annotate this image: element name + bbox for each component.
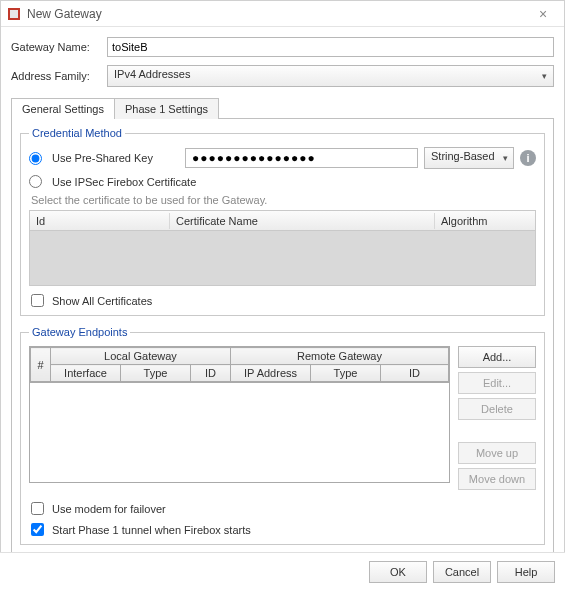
endpoint-options: Use modem for failover Start Phase 1 tun… — [29, 502, 536, 536]
move-up-button[interactable]: Move up — [458, 442, 536, 464]
psk-row: Use Pre-Shared Key String-Based ▾ i — [29, 147, 536, 169]
ep-col-remote-type[interactable]: Type — [311, 365, 381, 382]
tab-phase1-settings[interactable]: Phase 1 Settings — [114, 98, 219, 119]
gateway-name-row: Gateway Name: — [11, 37, 554, 57]
address-family-value: IPv4 Addresses — [114, 68, 190, 80]
ep-col-local-id[interactable]: ID — [191, 365, 231, 382]
use-cert-label: Use IPSec Firebox Certificate — [52, 176, 196, 188]
start-phase1-checkbox[interactable] — [31, 523, 44, 536]
endpoints-legend: Gateway Endpoints — [29, 326, 130, 338]
svg-rect-1 — [10, 10, 18, 18]
psk-input[interactable] — [185, 148, 418, 168]
psk-type-select[interactable]: String-Based ▾ — [424, 147, 514, 169]
info-icon[interactable]: i — [520, 150, 536, 166]
use-cert-option[interactable]: Use IPSec Firebox Certificate — [29, 175, 536, 188]
address-family-select[interactable]: IPv4 Addresses ▾ — [107, 65, 554, 87]
help-button[interactable]: Help — [497, 561, 555, 583]
endpoints-body: # Local Gateway Remote Gateway Interface… — [29, 346, 536, 490]
titlebar: New Gateway × — [1, 1, 564, 27]
app-icon — [7, 7, 21, 21]
cert-col-id[interactable]: Id — [30, 213, 170, 229]
use-psk-option[interactable]: Use Pre-Shared Key — [29, 152, 179, 165]
address-family-row: Address Family: IPv4 Addresses ▾ — [11, 65, 554, 87]
ok-button[interactable]: OK — [369, 561, 427, 583]
chevron-down-icon: ▾ — [503, 153, 508, 163]
add-button[interactable]: Add... — [458, 346, 536, 368]
show-all-certs-label: Show All Certificates — [52, 295, 152, 307]
credential-legend: Credential Method — [29, 127, 125, 139]
use-modem-checkbox[interactable] — [31, 502, 44, 515]
window-title: New Gateway — [27, 7, 528, 21]
address-family-label: Address Family: — [11, 70, 107, 82]
dialog-content: Gateway Name: Address Family: IPv4 Addre… — [1, 27, 564, 574]
ep-col-interface[interactable]: Interface — [51, 365, 121, 382]
move-down-button[interactable]: Move down — [458, 468, 536, 490]
endpoints-table-container: # Local Gateway Remote Gateway Interface… — [29, 346, 450, 483]
start-phase1-option[interactable]: Start Phase 1 tunnel when Firebox starts — [29, 523, 536, 536]
certificate-table-header: Id Certificate Name Algorithm — [30, 211, 535, 231]
ep-col-remote-ip[interactable]: IP Address — [231, 365, 311, 382]
dialog-footer: OK Cancel Help — [0, 552, 565, 591]
ep-col-remote-id[interactable]: ID — [381, 365, 449, 382]
certificate-table: Id Certificate Name Algorithm — [29, 210, 536, 286]
credential-method-group: Credential Method Use Pre-Shared Key Str… — [20, 127, 545, 316]
close-icon[interactable]: × — [528, 6, 558, 22]
ep-header-local[interactable]: Local Gateway — [51, 348, 231, 365]
ep-col-hash[interactable]: # — [31, 348, 51, 382]
ep-col-local-type[interactable]: Type — [121, 365, 191, 382]
use-cert-radio[interactable] — [29, 175, 42, 188]
start-phase1-label: Start Phase 1 tunnel when Firebox starts — [52, 524, 251, 536]
delete-button[interactable]: Delete — [458, 398, 536, 420]
gateway-endpoints-group: Gateway Endpoints # Local Gateway Remote… — [20, 326, 545, 545]
chevron-down-icon: ▾ — [542, 71, 547, 81]
cert-col-name[interactable]: Certificate Name — [170, 213, 435, 229]
tab-strip: General Settings Phase 1 Settings — [11, 97, 554, 118]
endpoints-buttons: Add... Edit... Delete Move up Move down — [458, 346, 536, 490]
cancel-button[interactable]: Cancel — [433, 561, 491, 583]
endpoints-empty-area[interactable] — [29, 383, 450, 483]
show-all-certs-option[interactable]: Show All Certificates — [29, 294, 536, 307]
edit-button[interactable]: Edit... — [458, 372, 536, 394]
tab-panel-general: Credential Method Use Pre-Shared Key Str… — [11, 118, 554, 566]
ep-header-remote[interactable]: Remote Gateway — [231, 348, 449, 365]
show-all-certs-checkbox[interactable] — [31, 294, 44, 307]
psk-type-value: String-Based — [431, 150, 495, 162]
use-psk-label: Use Pre-Shared Key — [52, 152, 153, 164]
cert-col-algorithm[interactable]: Algorithm — [435, 213, 535, 229]
gateway-name-input[interactable] — [107, 37, 554, 57]
use-modem-label: Use modem for failover — [52, 503, 166, 515]
cert-hint: Select the certificate to be used for th… — [31, 194, 536, 206]
endpoints-table: # Local Gateway Remote Gateway Interface… — [29, 346, 450, 383]
tab-general-settings[interactable]: General Settings — [11, 98, 115, 119]
gateway-name-label: Gateway Name: — [11, 41, 107, 53]
use-modem-option[interactable]: Use modem for failover — [29, 502, 536, 515]
use-psk-radio[interactable] — [29, 152, 42, 165]
